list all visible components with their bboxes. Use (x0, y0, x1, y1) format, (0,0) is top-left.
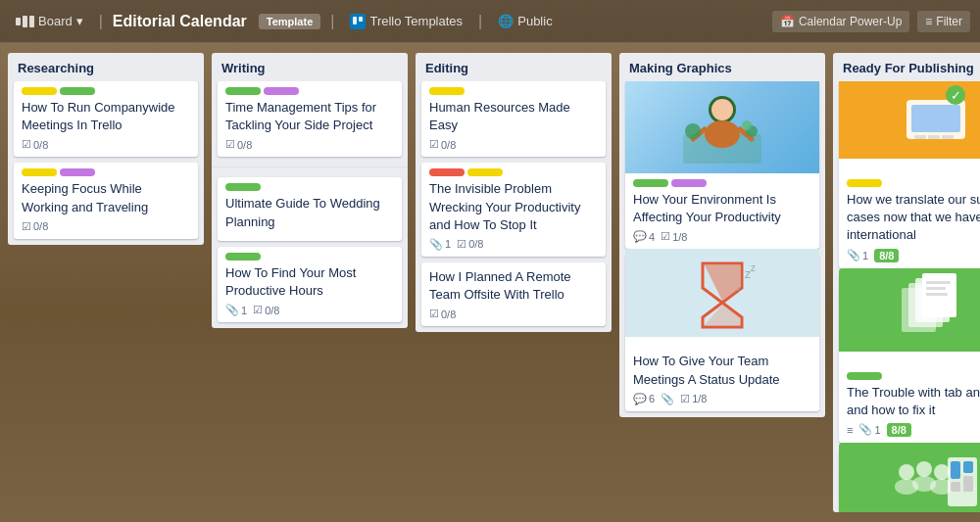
label-row (22, 168, 190, 176)
card-r2[interactable]: Keeping Focus While Working and Travelin… (14, 163, 198, 238)
label-purple (671, 179, 707, 187)
svg-point-2 (705, 120, 740, 148)
label-row (225, 87, 394, 95)
power-up-label: Calendar Power-Up (799, 15, 902, 28)
svg-marker-10 (705, 265, 740, 301)
header-right: 📅 Calendar Power-Up ≡ Filter (772, 11, 970, 32)
comment-badge: 💬 4 (633, 230, 655, 243)
attachment-badge: 📎 1 (858, 423, 880, 436)
checklist-icon: ☑ (22, 138, 31, 151)
svg-rect-21 (942, 135, 954, 139)
typewriter-svg: ✓ (887, 81, 980, 154)
svg-rect-26 (926, 281, 951, 284)
label-green (847, 372, 882, 380)
card-cover-mg1 (625, 81, 819, 173)
checklist-badge: ☑ 0/8 (429, 308, 456, 320)
card-badges-r2: ☑ 0/8 (22, 220, 190, 233)
comment-icon: 💬 (633, 393, 647, 405)
card-title-r2: Keeping Focus While Working and Travelin… (22, 180, 190, 215)
comment-icon: 💬 (633, 230, 647, 243)
label-red (429, 168, 465, 176)
svg-point-29 (899, 464, 914, 480)
svg-rect-27 (926, 287, 946, 290)
label-green (633, 179, 668, 187)
checklist-complete-badge: 8/8 (874, 249, 899, 262)
label-yellow (847, 179, 882, 187)
card-title-rp1: How we translate our support cases now t… (847, 191, 980, 245)
app-header: Board ▾ | Editorial Calendar Template | … (0, 0, 980, 43)
board-title: Editorial Calendar (113, 13, 247, 30)
chevron-icon: ▾ (76, 14, 83, 28)
checklist-badge: ☑ 1/8 (661, 230, 687, 243)
attachment-badge: 📎 (661, 393, 674, 405)
attachment-icon: 📎 (661, 393, 674, 405)
card-badges-e2: 📎 1 ☑ 0/8 (429, 238, 598, 251)
card-badges-rp2: ≡ 📎 1 8/8 (847, 423, 980, 437)
card-w1[interactable]: Time Management Tips for Tackling Your S… (218, 81, 402, 157)
files-svg (887, 273, 980, 347)
filter-button[interactable]: ≡ Filter (917, 11, 970, 32)
card-e3[interactable]: How I Planned A Remote Team Offsite With… (421, 262, 606, 326)
card-w3[interactable]: How To Find Your Most Productive Hours 📎… (218, 247, 402, 322)
label-green (225, 183, 261, 191)
list-cards-ready-publishing: ✓ How we translate our support cases now… (833, 81, 980, 512)
card-badges-r1: ☑ 0/8 (22, 138, 190, 151)
checklist-badge: ☑ 0/8 (429, 138, 456, 151)
trello-templates-button[interactable]: Trello Templates (344, 10, 468, 33)
board-icon (16, 16, 34, 27)
card-rp2[interactable]: The Trouble with tab anxiety, and how to… (839, 274, 980, 443)
card-badges-e1: ☑ 0/8 (429, 138, 598, 151)
svg-rect-20 (928, 135, 940, 139)
cover-svg (678, 81, 766, 168)
label-yellow (467, 168, 503, 176)
card-badges-w3: 📎 1 ☑ 0/8 (225, 304, 394, 316)
filter-label: Filter (936, 15, 962, 28)
calendar-icon: 📅 (780, 15, 795, 28)
card-e1[interactable]: Human Resources Made Easy ☑ 0/8 (421, 81, 606, 157)
label-green (60, 87, 95, 95)
board-content: Researching How To Run Companywide Meeti… (0, 43, 980, 522)
svg-text:z: z (751, 262, 756, 273)
label-green (225, 253, 261, 261)
svg-rect-28 (926, 293, 948, 296)
card-title-w3: How To Find Your Most Productive Hours (225, 264, 394, 300)
trello-icon (350, 14, 366, 29)
comment-badge: ≡ (847, 424, 853, 436)
label-row (847, 372, 980, 380)
separator3: | (478, 13, 482, 30)
card-mg2[interactable]: z z z How To Give Your Team Meetings A S… (625, 255, 819, 410)
checklist-badge: ☑ 0/8 (253, 304, 279, 316)
label-yellow (22, 87, 57, 95)
power-up-button[interactable]: 📅 Calendar Power-Up (772, 11, 909, 32)
card-r1[interactable]: How To Run Companywide Meetings In Trell… (14, 81, 198, 157)
card-cover-rp1: ✓ (839, 81, 980, 173)
board-button[interactable]: Board ▾ (10, 10, 89, 32)
card-cover-rp2 (839, 268, 980, 366)
public-button[interactable]: 🌐 Public (492, 10, 558, 32)
card-w2[interactable]: Ultimate Guide To Wedding Planning (218, 177, 402, 240)
svg-point-33 (934, 464, 950, 480)
template-badge[interactable]: Template (259, 14, 320, 29)
svg-rect-36 (951, 461, 960, 479)
card-rp1[interactable]: ✓ How we translate our support cases now… (839, 81, 980, 268)
checklist-icon: ☑ (429, 308, 439, 320)
attachment-icon: 📎 (858, 423, 872, 436)
separator2: | (330, 13, 334, 30)
checklist-badge: ☑ 0/8 (225, 138, 252, 151)
card-e2[interactable]: The Invisible Problem Wrecking Your Prod… (421, 163, 606, 257)
svg-rect-19 (914, 135, 926, 139)
card-mg1[interactable]: How Your Environment Is Affecting Your P… (625, 81, 819, 249)
card-title-w2: Ultimate Guide To Wedding Planning (225, 195, 394, 230)
card-rp3[interactable]: How To Get To Inbox Zero (839, 449, 980, 512)
card-title-r1: How To Run Companywide Meetings In Trell… (22, 99, 190, 134)
card-title-mg2: How To Give Your Team Meetings A Status … (633, 353, 811, 388)
card-cover-mg2: z z z (625, 249, 819, 347)
card-title-e1: Human Resources Made Easy (429, 99, 598, 134)
comment-icon: ≡ (847, 424, 853, 436)
list-title-writing: Writing (212, 53, 408, 81)
label-row (429, 168, 598, 176)
label-row (22, 87, 190, 95)
label-row (847, 179, 980, 187)
svg-text:z: z (737, 284, 741, 293)
card-title-w1: Time Management Tips for Tackling Your S… (225, 99, 394, 134)
